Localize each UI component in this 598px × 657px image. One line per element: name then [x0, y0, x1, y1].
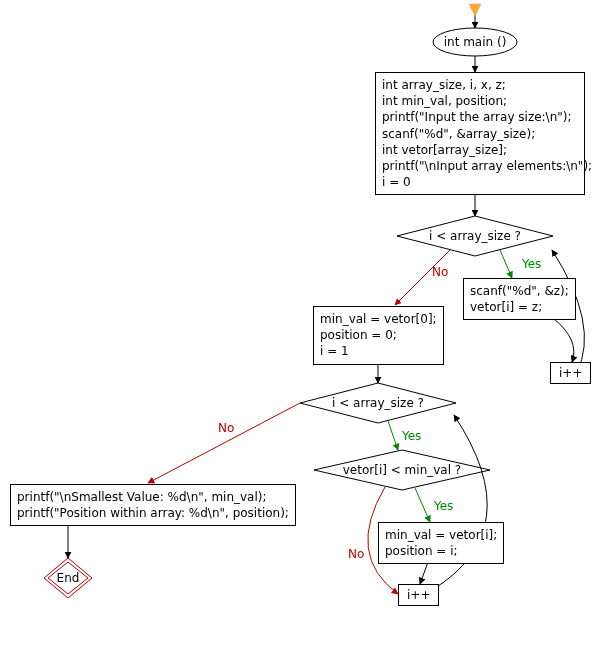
label-cond2-no: No	[218, 421, 234, 435]
read-block: scanf("%d", &z); vetor[i] = z;	[463, 278, 576, 320]
edge-cond1-yes	[500, 250, 512, 278]
cond2-diamond: i < array_size ?	[300, 383, 456, 423]
svg-marker-10	[44, 558, 92, 598]
edge-update-inc2	[420, 562, 428, 584]
end-node: End	[44, 558, 92, 598]
edge-read-inc1	[553, 318, 574, 362]
inc1-block: i++	[550, 362, 591, 384]
print-block: printf("\nSmallest Value: %d\n", min_val…	[10, 484, 296, 526]
label-cond2-yes: Yes	[401, 429, 421, 443]
svg-marker-6	[300, 383, 456, 423]
svg-point-2	[433, 28, 517, 56]
init-block: int array_size, i, x, z; int min_val, po…	[375, 72, 585, 195]
edge-cond3-yes	[415, 488, 430, 522]
inc2-block: i++	[398, 584, 439, 606]
svg-text:int main (): int main ()	[444, 35, 507, 49]
label-cond3-yes: Yes	[433, 499, 453, 513]
update-min-block: min_val = vetor[i]; position = i;	[378, 522, 504, 564]
svg-marker-8	[314, 450, 490, 490]
label-cond1-yes: Yes	[521, 257, 541, 271]
svg-text:i < array_size ?: i < array_size ?	[429, 229, 521, 243]
edge-cond1-no	[395, 250, 450, 305]
svg-marker-4	[397, 216, 553, 256]
svg-text:i < array_size ?: i < array_size ?	[332, 396, 424, 410]
entry-arrow	[469, 4, 481, 28]
svg-text:End: End	[57, 571, 80, 585]
edge-cond2-yes	[388, 421, 398, 450]
svg-marker-11	[48, 562, 88, 594]
cond1-diamond: i < array_size ?	[397, 216, 553, 256]
after-loop1-block: min_val = vetor[0]; position = 0; i = 1	[313, 306, 444, 365]
start-node: int main ()	[433, 28, 517, 56]
cond3-diamond: vetor[i] < min_val ?	[314, 450, 490, 490]
svg-marker-1	[469, 4, 481, 16]
svg-text:vetor[i] < min_val ?: vetor[i] < min_val ?	[343, 463, 461, 477]
edge-cond2-no	[148, 403, 300, 483]
label-cond1-no: No	[432, 265, 448, 279]
label-cond3-no: No	[348, 547, 364, 561]
